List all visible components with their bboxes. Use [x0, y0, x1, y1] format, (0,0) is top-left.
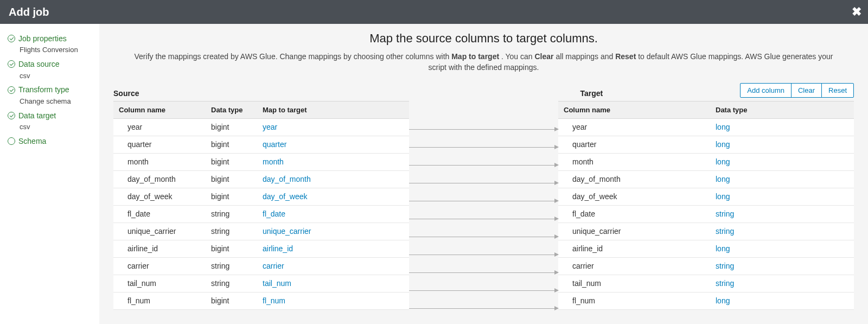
- source-data-type: string: [206, 257, 257, 275]
- source-column-name: quarter: [113, 136, 206, 153]
- mapping-arrow: [409, 282, 558, 300]
- circle-icon: [8, 137, 15, 145]
- mapping-arrow: [409, 228, 558, 246]
- target-data-type-link[interactable]: long: [716, 244, 730, 253]
- table-row: tail_numstring: [558, 275, 854, 292]
- wizard-step[interactable]: Data sourcecsv: [0, 57, 99, 82]
- map-to-target-link[interactable]: month: [263, 157, 284, 166]
- source-column-name: day_of_week: [113, 188, 206, 205]
- arrow-right-icon: [409, 290, 558, 291]
- check-circle-icon: [8, 35, 15, 42]
- source-data-type: bigint: [206, 292, 257, 309]
- table-row: quarterlong: [558, 136, 854, 153]
- wizard-step[interactable]: Data targetcsv: [0, 109, 99, 134]
- map-to-target-link[interactable]: day_of_month: [263, 175, 311, 183]
- wizard-step-label: Schema: [18, 135, 46, 147]
- source-data-type: bigint: [206, 136, 257, 153]
- wizard-sidebar: Job propertiesFlights ConversionData sou…: [0, 24, 99, 324]
- modal-title: Add job: [9, 6, 49, 18]
- table-row: day_of_monthlong: [558, 170, 854, 188]
- source-data-type: string: [206, 205, 257, 223]
- toolbar: Add column Clear Reset: [740, 83, 854, 98]
- subtitle-text: all mappings and: [556, 52, 615, 61]
- source-header-map: Map to target: [257, 101, 409, 118]
- arrow-right-icon: [409, 308, 558, 309]
- subtitle-strong-map: Map to target: [451, 52, 499, 61]
- check-circle-icon: [8, 60, 15, 68]
- target-column-name: day_of_month: [558, 170, 710, 188]
- clear-button[interactable]: Clear: [791, 83, 822, 98]
- target-data-type-link[interactable]: string: [716, 262, 734, 270]
- target-column-name: year: [558, 118, 710, 136]
- map-to-target-link[interactable]: airline_id: [263, 244, 293, 253]
- mapping-connectors: [409, 101, 558, 317]
- map-to-target-link[interactable]: day_of_week: [263, 192, 308, 201]
- table-row: fl_numlong: [558, 292, 854, 309]
- subtitle-strong-clear: Clear: [535, 52, 554, 61]
- target-data-type-link[interactable]: string: [716, 227, 734, 236]
- wizard-step[interactable]: Job propertiesFlights Conversion: [0, 31, 99, 57]
- map-to-target-link[interactable]: year: [263, 123, 277, 131]
- close-icon[interactable]: ✖: [852, 6, 861, 18]
- wizard-step[interactable]: Transform typeChange schema: [0, 82, 99, 108]
- arrow-right-icon: [409, 129, 558, 130]
- arrow-right-icon: [409, 237, 558, 237]
- source-column-name: day_of_month: [113, 170, 206, 188]
- source-data-type: string: [206, 275, 257, 292]
- source-data-type: bigint: [206, 240, 257, 257]
- check-circle-icon: [8, 86, 15, 94]
- arrow-right-icon: [409, 219, 558, 219]
- wizard-step-sublabel: csv: [8, 122, 95, 133]
- table-row: carrierstring: [558, 257, 854, 275]
- map-to-target-link[interactable]: carrier: [263, 262, 284, 270]
- target-column-name: carrier: [558, 257, 710, 275]
- reset-button[interactable]: Reset: [821, 83, 854, 98]
- arrow-right-icon: [409, 272, 558, 273]
- source-data-type: bigint: [206, 118, 257, 136]
- mapping-arrow: [409, 192, 558, 210]
- map-to-target-link[interactable]: tail_num: [263, 279, 291, 288]
- target-data-type-link[interactable]: string: [716, 279, 734, 288]
- target-data-type-link[interactable]: long: [716, 192, 730, 201]
- table-row: day_of_monthbigintday_of_month: [113, 170, 409, 188]
- target-data-type-link[interactable]: long: [716, 157, 730, 166]
- source-header-type: Data type: [206, 101, 257, 118]
- table-row: airline_idlong: [558, 240, 854, 257]
- table-row: carrierstringcarrier: [113, 257, 409, 275]
- map-to-target-link[interactable]: unique_carrier: [263, 227, 311, 236]
- wizard-step[interactable]: Schema: [0, 134, 99, 148]
- table-row: monthbigintmonth: [113, 153, 409, 170]
- mapping-arrow: [409, 156, 558, 174]
- mapping-arrow: [409, 264, 558, 282]
- source-data-type: bigint: [206, 153, 257, 170]
- table-row: monthlong: [558, 153, 854, 170]
- table-row: fl_datestring: [558, 205, 854, 223]
- target-column-name: quarter: [558, 136, 710, 153]
- target-data-type-link[interactable]: string: [716, 209, 734, 218]
- map-to-target-link[interactable]: fl_date: [263, 209, 285, 218]
- wizard-step-label: Job properties: [18, 33, 67, 45]
- arrow-right-icon: [409, 201, 558, 201]
- target-table: Column name Data type yearlongquarterlon…: [558, 101, 854, 310]
- target-header-column: Column name: [558, 101, 710, 118]
- target-data-type-link[interactable]: long: [716, 123, 730, 131]
- mapping-arrow: [409, 210, 558, 228]
- target-data-type-link[interactable]: long: [716, 140, 730, 149]
- target-section-label: Target: [580, 89, 603, 98]
- target-column-name: day_of_week: [558, 188, 710, 205]
- table-row: airline_idbigintairline_id: [113, 240, 409, 257]
- target-column-name: airline_id: [558, 240, 710, 257]
- target-data-type-link[interactable]: long: [716, 175, 730, 183]
- mapping-arrow: [409, 174, 558, 192]
- map-to-target-link[interactable]: quarter: [263, 140, 286, 149]
- target-data-type-link[interactable]: long: [716, 296, 730, 305]
- source-column-name: unique_carrier: [113, 223, 206, 240]
- map-to-target-link[interactable]: fl_num: [263, 296, 285, 305]
- arrow-right-icon: [409, 183, 558, 183]
- modal-header: Add job ✖: [0, 0, 868, 24]
- add-column-button[interactable]: Add column: [740, 83, 792, 98]
- wizard-step-sublabel: Change schema: [8, 96, 95, 107]
- arrow-right-icon: [409, 147, 558, 148]
- mapping-arrow: [409, 120, 558, 138]
- subtitle-text: Verify the mappings created by AWS Glue.…: [135, 52, 452, 61]
